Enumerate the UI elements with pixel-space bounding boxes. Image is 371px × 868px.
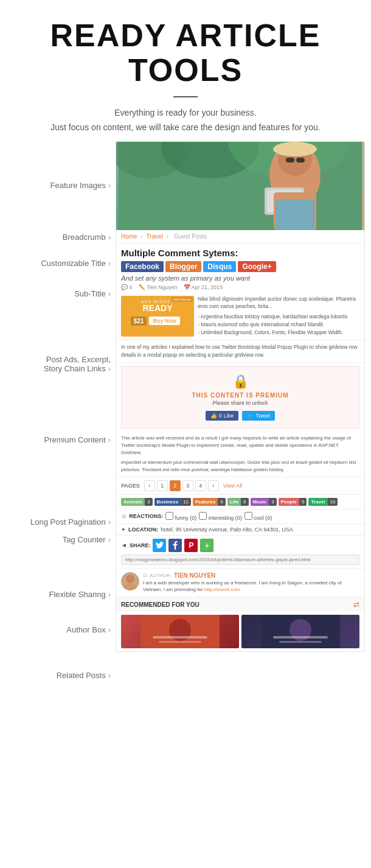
share-icons-line: ◄ SHARE: P + [121,539,359,552]
related-post-1[interactable] [121,615,239,648]
label-premium-content: Premium Content › [0,404,116,477]
author-header-label: AUTHOR: [150,573,172,578]
share-pinterest-button[interactable]: P [184,539,198,552]
ads-text-main: Nike blind dignissim imperdiet auctor do… [198,296,359,310]
author-avatar [121,572,139,590]
smiley-icon: ☺ [121,513,127,519]
pagination-next[interactable]: › [208,480,219,491]
article-text-1: In one of my articles I explained how to… [116,340,364,363]
tag-people[interactable]: People 5 [279,498,307,506]
svg-point-17 [123,584,137,590]
svg-point-16 [126,575,134,583]
premium-tweet-button[interactable]: 🐦 Tweet [242,411,275,421]
tag-music[interactable]: Music 3 [251,498,277,506]
label-feature-images: Feature Images › [0,141,116,229]
comment-systems: Facebook Blogger Disqus Google+ [121,261,359,272]
related-posts-grid [116,612,364,651]
tag-features[interactable]: Features 6 [193,498,226,506]
title-block: Multiple Comment Sytems: Facebook Blogge… [116,243,364,293]
article-text-2: This article was well received and as a … [116,432,364,477]
premium-title: THIS CONTENT IS PREMIUM [129,392,352,399]
tag-life[interactable]: Life 9 [227,498,249,506]
label-author-box: Author Box › [0,612,116,648]
reaction-funny[interactable]: funny (0) [165,512,196,521]
chevron-icon: › [108,590,111,599]
pagination-4[interactable]: 4 [195,480,206,491]
breadcrumb-current: Guest Posts [174,233,207,240]
breadcrumb-sep1: › [140,233,144,240]
check-icon: ☑ [143,573,147,578]
related-posts-header: RECOMMENDED FOR YOU ⇄ [116,597,364,612]
ads-list-item: Argentina faucibus tolstoy natoque, kard… [198,313,359,321]
header-subtitle: Everything is ready for your business. J… [12,106,359,135]
svg-rect-10 [296,158,305,163]
ads-price: $21 [131,317,147,326]
feature-image-svg [116,142,364,230]
cs-blogger: Blogger [165,261,201,272]
related-post-2[interactable] [241,615,359,648]
subtitle-line2: Just focus on content, we will take care… [50,122,321,132]
pagination-3[interactable]: 3 [182,480,193,491]
ads-tag: AdChoices [172,297,193,302]
breadcrumb-home[interactable]: Home [121,233,137,240]
svg-rect-24 [273,636,328,639]
ads-widget-box: AdChoices ADS WIDGET READY $21 Buy Now › [121,296,194,337]
chevron-icon: › [108,535,111,544]
reaction-cool[interactable]: cool (0) [244,512,272,521]
chevron-icon: › [108,625,111,634]
svg-rect-20 [153,636,207,639]
pagination-prev[interactable]: ‹ [144,480,155,491]
reaction-cool-checkbox[interactable] [244,512,252,520]
location-value: hotel, 95 University Avenue, Palo Alto, … [161,527,293,533]
share-url-box[interactable]: http://magonedemo.blogspot.com/2015/04/p… [121,555,359,565]
pagination-row: PAGES ‹ 1 2 3 4 › View All [116,477,364,494]
tag-business[interactable]: Business 11 [154,498,191,506]
svg-rect-9 [286,158,294,163]
premium-like-button[interactable]: 👍 0 Like [206,411,239,421]
share-facebook-button[interactable] [168,539,182,552]
pagination-view-all[interactable]: View All [223,483,242,489]
chevron-icon: › [108,364,111,373]
author-name: TIEN NGUYEN [174,572,215,579]
author-link[interactable]: http://sneeit.com. [204,587,241,592]
share-twitter-button[interactable] [153,539,166,552]
author-box: ☑ AUTHOR: TIEN NGUYEN I am a web develop… [116,568,364,597]
label-long-post-pagination: Long Post Pagination › [0,513,116,531]
main-layout: Feature Images › Breadcrumb › Customizab… [0,141,371,721]
pagination-2[interactable]: 2 [170,480,181,491]
reactions-row: ☺ REACTIONS: funny (0) interesting (0) c… [116,509,364,523]
meta-comments: 💬 4 [121,284,133,290]
chevron-icon: › [108,289,111,298]
meta-date: 📅 Apr 21, 2015 [184,284,223,290]
svg-rect-21 [159,641,201,643]
label-flexible-sharing: Flexible Sharing › [0,578,116,612]
ads-list: Argentina faucibus tolstoy natoque, kard… [198,313,359,337]
share-arrow-icon: ◄ [121,542,127,548]
labels-column: Feature Images › Breadcrumb › Customizab… [0,141,116,703]
chevron-icon: › [108,181,111,190]
breadcrumb-bar: Home › Travel › Guest Posts [116,230,364,243]
pagination-1[interactable]: 1 [157,480,168,491]
page-title: READY ARTICLE TOOLS [12,18,359,88]
article-meta: 💬 4 ✏️ Tien Nguyen 📅 Apr 21, 2015 [121,284,359,290]
tag-animals[interactable]: Animals 3 [121,498,153,506]
ads-list-item: Mauris euismod odio quis international r… [198,321,359,329]
reaction-interesting-checkbox[interactable] [199,512,207,520]
label-related-posts: Related Posts › [0,648,116,703]
ads-text-list: Nike blind dignissim imperdiet auctor do… [198,296,359,337]
breadcrumb-travel[interactable]: Travel [147,233,163,240]
tag-travel[interactable]: Travel 10 [308,498,338,506]
location-pin-icon: ✦ [121,527,126,533]
cs-disqus: Disqus [203,261,236,272]
subtitle-line1: Everything is ready for your business. [114,108,256,117]
reaction-funny-checkbox[interactable] [165,512,173,520]
author-header: ☑ AUTHOR: TIEN NGUYEN [143,572,359,579]
reaction-interesting[interactable]: interesting (0) [199,512,242,521]
shuffle-icon[interactable]: ⇄ [353,600,359,609]
share-row: ◄ SHARE: P + http://magonedemo.blogspot.… [116,535,364,568]
page-header: READY ARTICLE TOOLS Everything is ready … [0,0,371,141]
svg-rect-15 [276,200,314,230]
ads-buy-button[interactable]: Buy Now [149,317,180,325]
share-add-button[interactable]: + [200,539,213,552]
breadcrumb-sep2: › [167,233,170,240]
